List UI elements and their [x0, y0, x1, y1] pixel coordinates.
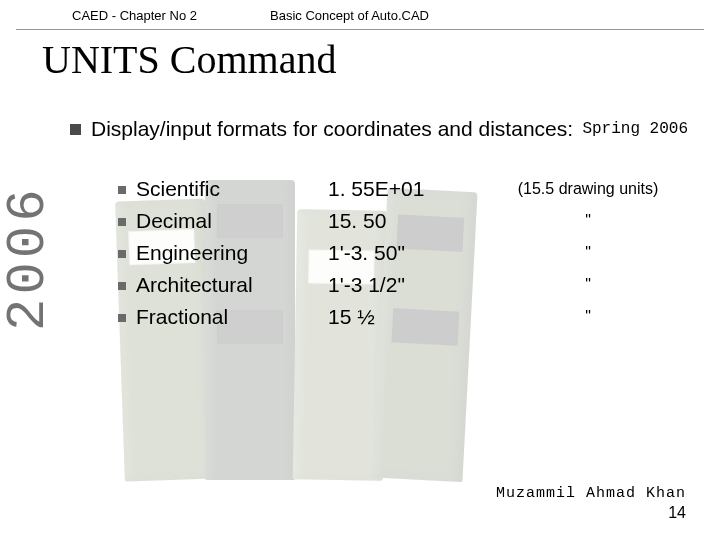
format-name: Engineering — [136, 241, 248, 265]
format-example: 15. 50 — [328, 209, 498, 233]
format-example: 1'-3. 50" — [328, 241, 498, 265]
header-divider — [16, 29, 704, 30]
format-example: 1'-3 1/2" — [328, 273, 498, 297]
format-name: Scientific — [136, 177, 220, 201]
format-name: Architectural — [136, 273, 253, 297]
format-note: " — [498, 273, 678, 294]
list-item: Scientific 1. 55E+01 (15.5 drawing units… — [118, 177, 680, 201]
format-example: 1. 55E+01 — [328, 177, 498, 201]
bullet-square-icon — [70, 124, 81, 135]
footer-author: Muzammil Ahmad Khan — [496, 485, 686, 502]
bullet-square-icon — [118, 186, 126, 194]
format-note: " — [498, 209, 678, 230]
bullet-square-icon — [118, 314, 126, 322]
intro-text: Display/input formats for coordinates an… — [91, 117, 573, 141]
format-name: Decimal — [136, 209, 212, 233]
format-note: " — [498, 241, 678, 262]
list-item: Fractional 15 ½ " — [118, 305, 680, 329]
bullet-square-icon — [118, 218, 126, 226]
list-item: Decimal 15. 50 " — [118, 209, 680, 233]
list-item: Engineering 1'-3. 50" " — [118, 241, 680, 265]
formats-list: Scientific 1. 55E+01 (15.5 drawing units… — [118, 177, 680, 329]
slide-title: UNITS Command — [42, 36, 720, 83]
side-year: 2006 — [2, 138, 56, 378]
list-item: Architectural 1'-3 1/2" " — [118, 273, 680, 297]
header-right: Basic Concept of Auto.CAD — [270, 8, 429, 23]
bullet-square-icon — [118, 282, 126, 290]
format-name: Fractional — [136, 305, 228, 329]
format-example: 15 ½ — [328, 305, 498, 329]
format-note: " — [498, 305, 678, 326]
semester-label: Spring 2006 — [582, 120, 688, 138]
footer-page-number: 14 — [668, 504, 686, 522]
format-note: (15.5 drawing units) — [498, 177, 678, 198]
bullet-square-icon — [118, 250, 126, 258]
